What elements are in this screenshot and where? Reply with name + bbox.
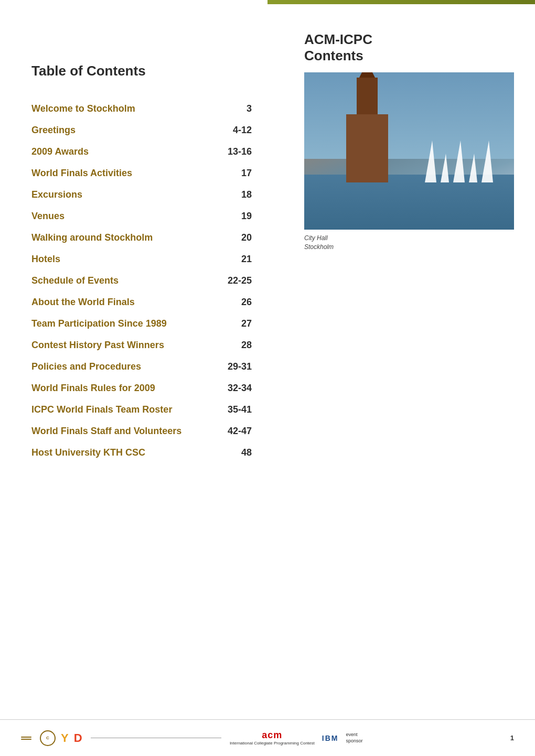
toc-item: About the World Finals26	[31, 291, 252, 313]
squiggle-decoration	[21, 737, 31, 740]
footer-logos: C Y D	[21, 730, 82, 746]
toc-item-label: Venues	[31, 211, 220, 222]
toc-item: Venues19	[31, 206, 252, 227]
footer-sponsor-logos: acm International Collegiate Programming…	[230, 730, 363, 746]
toc-item-label: World Finals Rules for 2009	[31, 383, 220, 394]
toc-item-pages: 27	[220, 318, 252, 329]
toc-item-pages: 19	[220, 211, 252, 222]
toc-item-pages: 42-47	[220, 426, 252, 437]
toc-item-pages: 29-31	[220, 361, 252, 372]
toc-item-label: Schedule of Events	[31, 275, 220, 286]
toc-item-pages: 26	[220, 297, 252, 308]
toc-item-pages: 18	[220, 189, 252, 200]
event-text: event	[346, 732, 362, 738]
squiggle-line-1	[21, 737, 31, 738]
event-sponsor-label: event sponsor	[346, 732, 362, 744]
toc-item-pages: 48	[220, 447, 252, 458]
toc-item: Greetings4-12	[31, 120, 252, 141]
toc-item-label: Contest History Past Winners	[31, 340, 220, 351]
toc-item-pages: 17	[220, 168, 252, 179]
photo-tower	[357, 78, 378, 114]
sail-1	[425, 141, 436, 182]
toc-item: 2009 Awards13-16	[31, 141, 252, 163]
toc-item-label: ICPC World Finals Team Roster	[31, 404, 220, 415]
photo-sails	[425, 141, 493, 182]
page-number: 1	[510, 734, 514, 742]
squiggle-line-2	[21, 739, 31, 740]
toc-item-pages: 32-34	[220, 383, 252, 394]
toc-item-label: World Finals Staff and Volunteers	[31, 426, 220, 437]
toc-item: ICPC World Finals Team Roster35-41	[31, 399, 252, 420]
photo-caption: City Hall Stockholm	[304, 234, 514, 252]
sail-2	[441, 154, 449, 182]
sail-4	[469, 154, 477, 182]
right-column: ACM-ICPC Contents City Hall Stockholm	[283, 0, 535, 252]
toc-item: Welcome to Stockholm3	[31, 98, 252, 120]
toc-item-pages: 20	[220, 232, 252, 243]
toc-item-pages: 28	[220, 340, 252, 351]
toc-item-label: Excursions	[31, 189, 220, 200]
toc-item: World Finals Staff and Volunteers42-47	[31, 420, 252, 442]
logo-d-shape: D	[74, 731, 82, 745]
toc-item-label: 2009 Awards	[31, 146, 220, 157]
toc-item: Policies and Procedures29-31	[31, 356, 252, 377]
acm-logo-text: acm	[262, 730, 282, 741]
toc-item: Team Participation Since 198927	[31, 313, 252, 334]
toc-item-label: Walking around Stockholm	[31, 232, 220, 243]
toc-item: Excursions18	[31, 184, 252, 206]
toc-item: World Finals Activities17	[31, 163, 252, 184]
toc-item-pages: 35-41	[220, 404, 252, 415]
acm-tagline: International Collegiate Programming Con…	[230, 741, 315, 746]
toc-item-label: Host University KTH CSC	[31, 447, 220, 458]
toc-item: Host University KTH CSC48	[31, 442, 252, 463]
acm-logo-group: acm International Collegiate Programming…	[230, 730, 315, 746]
toc-item-label: Team Participation Since 1989	[31, 318, 220, 329]
toc-item-label: Hotels	[31, 254, 220, 265]
toc-item: Contest History Past Winners28	[31, 334, 252, 356]
sail-5	[482, 141, 493, 182]
toc-item: World Finals Rules for 200932-34	[31, 377, 252, 399]
toc-item-pages: 3	[220, 103, 252, 114]
toc-item: Hotels21	[31, 249, 252, 270]
toc-list: Welcome to Stockholm3Greetings4-122009 A…	[31, 98, 252, 463]
toc-item-label: Welcome to Stockholm	[31, 103, 220, 114]
footer: C Y D acm International Collegiate Progr…	[0, 719, 535, 756]
toc-item-pages: 13-16	[220, 146, 252, 157]
toc-item-label: World Finals Activities	[31, 168, 220, 179]
city-hall-photo	[304, 72, 514, 230]
toc-item-label: Policies and Procedures	[31, 361, 220, 372]
photo-tower-top	[359, 72, 375, 78]
toc-item-pages: 4-12	[220, 125, 252, 136]
sail-3	[453, 141, 465, 182]
toc-item: Schedule of Events22-25	[31, 270, 252, 291]
ibm-logo: IBM	[322, 734, 339, 742]
acm-header-title: ACM-ICPC Contents	[304, 31, 514, 64]
toc-title: Table of Contents	[31, 63, 252, 79]
photo-water	[304, 175, 514, 230]
left-column: Table of Contents Welcome to Stockholm3G…	[31, 63, 252, 463]
footer-divider-line	[91, 738, 221, 738]
sponsor-text: sponsor	[346, 738, 362, 744]
logo-y-shape: Y	[61, 731, 69, 745]
toc-item-pages: 22-25	[220, 275, 252, 286]
icpc-logo-circle: C	[40, 730, 56, 746]
photo-building	[346, 114, 388, 182]
toc-item-pages: 21	[220, 254, 252, 265]
toc-item-label: About the World Finals	[31, 297, 220, 308]
toc-item: Walking around Stockholm20	[31, 227, 252, 249]
toc-item-label: Greetings	[31, 125, 220, 136]
